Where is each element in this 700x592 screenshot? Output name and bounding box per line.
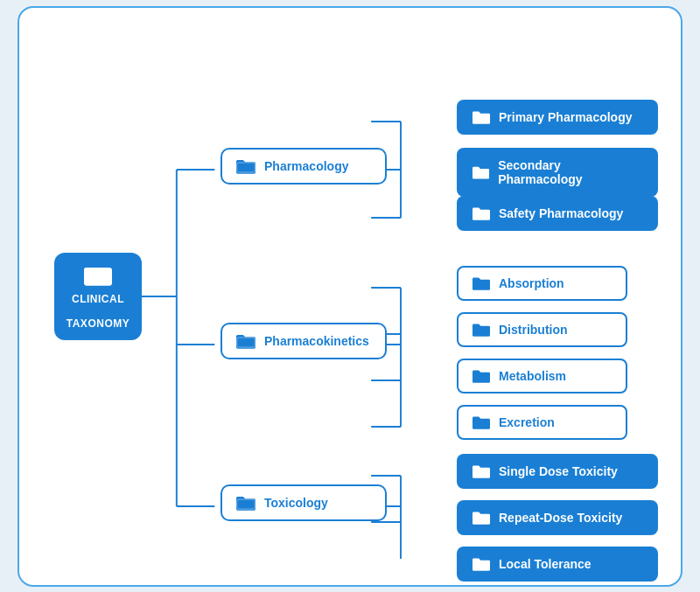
absorption-folder-icon <box>472 276 490 290</box>
node-secondary-pharmacology[interactable]: Secondary Pharmacology <box>457 148 658 197</box>
secondary-folder-icon <box>472 165 489 179</box>
node-distribution[interactable]: Distribution <box>457 312 627 347</box>
pharmacology-folder-icon <box>236 158 256 174</box>
distribution-folder-icon <box>472 323 490 337</box>
svg-rect-33 <box>473 326 490 335</box>
distribution-label: Distribution <box>499 323 568 337</box>
diagram-container: CLINICAL TAXONOMY Pharmacology Pharm <box>18 6 682 587</box>
local-tolerance-label: Local Tolerance <box>499 557 592 571</box>
node-local-tolerance[interactable]: Local Tolerance <box>457 547 658 582</box>
svg-rect-35 <box>473 419 490 428</box>
node-pharmacology[interactable]: Pharmacology <box>220 148 387 185</box>
secondary-pharmacology-label: Secondary Pharmacology <box>498 158 642 186</box>
node-metabolism[interactable]: Metabolism <box>457 359 627 394</box>
svg-rect-37 <box>473 514 490 523</box>
svg-rect-30 <box>473 169 489 178</box>
primary-folder-icon <box>472 110 490 124</box>
pharmacokinetics-folder-icon <box>236 333 256 349</box>
root-label: CLINICAL TAXONOMY <box>54 253 142 340</box>
node-primary-pharmacology[interactable]: Primary Pharmacology <box>457 100 658 135</box>
root-node[interactable]: CLINICAL TAXONOMY <box>54 253 142 340</box>
excretion-folder-icon <box>472 415 490 429</box>
node-toxicology[interactable]: Toxicology <box>220 484 387 521</box>
svg-rect-28 <box>237 499 255 509</box>
toxicology-folder-icon <box>236 495 256 511</box>
localtolerance-folder-icon <box>472 557 490 571</box>
excretion-label: Excretion <box>499 415 555 429</box>
node-excretion[interactable]: Excretion <box>457 405 627 440</box>
metabolism-label: Metabolism <box>499 369 566 383</box>
svg-rect-25 <box>85 270 111 284</box>
pharmacokinetics-label: Pharmacokinetics <box>264 334 369 348</box>
svg-rect-34 <box>473 373 490 381</box>
svg-rect-27 <box>237 338 255 347</box>
tree-wrapper: CLINICAL TAXONOMY Pharmacology Pharm <box>46 34 654 559</box>
repeat-dose-toxicity-label: Repeat-Dose Toxicity <box>499 511 622 525</box>
svg-rect-32 <box>473 280 490 289</box>
node-pharmacokinetics[interactable]: Pharmacokinetics <box>220 323 387 359</box>
singledose-folder-icon <box>472 464 490 478</box>
repeatdose-folder-icon <box>472 511 490 525</box>
svg-rect-29 <box>473 114 490 122</box>
safety-folder-icon <box>472 206 490 220</box>
svg-rect-26 <box>237 163 255 172</box>
svg-line-23 <box>401 122 422 170</box>
root-label-line2: TAXONOMY <box>66 317 130 330</box>
metabolism-folder-icon <box>472 369 490 383</box>
absorption-label: Absorption <box>499 276 564 290</box>
primary-pharmacology-label: Primary Pharmacology <box>499 110 633 124</box>
node-single-dose-toxicity[interactable]: Single Dose Toxicity <box>457 454 658 489</box>
root-folder-icon <box>84 263 112 286</box>
single-dose-toxicity-label: Single Dose Toxicity <box>499 464 618 478</box>
toxicology-label: Toxicology <box>264 496 328 510</box>
node-safety-pharmacology[interactable]: Safety Pharmacology <box>457 196 658 231</box>
pharmacology-label: Pharmacology <box>264 159 348 173</box>
node-absorption[interactable]: Absorption <box>457 266 627 301</box>
safety-pharmacology-label: Safety Pharmacology <box>499 206 623 220</box>
node-repeat-dose-toxicity[interactable]: Repeat-Dose Toxicity <box>457 500 658 535</box>
svg-rect-31 <box>473 210 490 219</box>
root-label-line1: CLINICAL <box>72 293 124 305</box>
svg-rect-36 <box>473 468 490 477</box>
svg-rect-38 <box>473 561 490 569</box>
